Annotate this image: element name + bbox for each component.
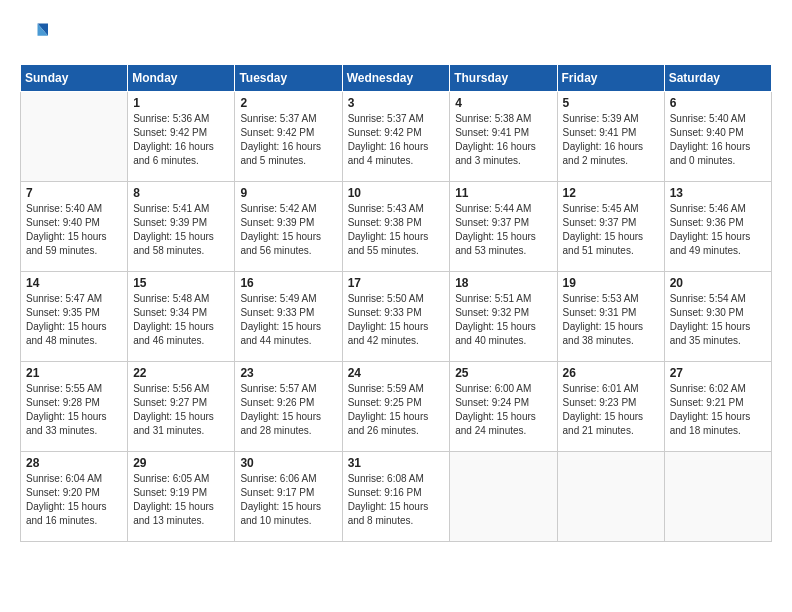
calendar-cell: 13Sunrise: 5:46 AM Sunset: 9:36 PM Dayli… xyxy=(664,182,771,272)
calendar-cell: 26Sunrise: 6:01 AM Sunset: 9:23 PM Dayli… xyxy=(557,362,664,452)
day-number: 17 xyxy=(348,276,445,290)
calendar-cell: 8Sunrise: 5:41 AM Sunset: 9:39 PM Daylig… xyxy=(128,182,235,272)
calendar-cell xyxy=(450,452,557,542)
calendar-cell: 17Sunrise: 5:50 AM Sunset: 9:33 PM Dayli… xyxy=(342,272,450,362)
calendar-cell: 14Sunrise: 5:47 AM Sunset: 9:35 PM Dayli… xyxy=(21,272,128,362)
week-row-3: 14Sunrise: 5:47 AM Sunset: 9:35 PM Dayli… xyxy=(21,272,772,362)
day-info: Sunrise: 5:50 AM Sunset: 9:33 PM Dayligh… xyxy=(348,292,445,348)
calendar-cell: 21Sunrise: 5:55 AM Sunset: 9:28 PM Dayli… xyxy=(21,362,128,452)
day-number: 16 xyxy=(240,276,336,290)
calendar-cell: 1Sunrise: 5:36 AM Sunset: 9:42 PM Daylig… xyxy=(128,92,235,182)
day-info: Sunrise: 6:04 AM Sunset: 9:20 PM Dayligh… xyxy=(26,472,122,528)
day-number: 3 xyxy=(348,96,445,110)
calendar-cell: 27Sunrise: 6:02 AM Sunset: 9:21 PM Dayli… xyxy=(664,362,771,452)
day-number: 18 xyxy=(455,276,551,290)
calendar-cell: 4Sunrise: 5:38 AM Sunset: 9:41 PM Daylig… xyxy=(450,92,557,182)
day-number: 28 xyxy=(26,456,122,470)
calendar-cell: 15Sunrise: 5:48 AM Sunset: 9:34 PM Dayli… xyxy=(128,272,235,362)
day-info: Sunrise: 5:41 AM Sunset: 9:39 PM Dayligh… xyxy=(133,202,229,258)
day-header-sunday: Sunday xyxy=(21,65,128,92)
day-header-friday: Friday xyxy=(557,65,664,92)
day-info: Sunrise: 5:56 AM Sunset: 9:27 PM Dayligh… xyxy=(133,382,229,438)
calendar-header-row: SundayMondayTuesdayWednesdayThursdayFrid… xyxy=(21,65,772,92)
calendar-cell: 24Sunrise: 5:59 AM Sunset: 9:25 PM Dayli… xyxy=(342,362,450,452)
calendar-cell: 3Sunrise: 5:37 AM Sunset: 9:42 PM Daylig… xyxy=(342,92,450,182)
calendar-cell: 18Sunrise: 5:51 AM Sunset: 9:32 PM Dayli… xyxy=(450,272,557,362)
logo-icon xyxy=(20,20,48,48)
day-info: Sunrise: 5:53 AM Sunset: 9:31 PM Dayligh… xyxy=(563,292,659,348)
day-number: 23 xyxy=(240,366,336,380)
day-info: Sunrise: 6:05 AM Sunset: 9:19 PM Dayligh… xyxy=(133,472,229,528)
calendar-cell: 31Sunrise: 6:08 AM Sunset: 9:16 PM Dayli… xyxy=(342,452,450,542)
calendar-cell: 9Sunrise: 5:42 AM Sunset: 9:39 PM Daylig… xyxy=(235,182,342,272)
day-header-thursday: Thursday xyxy=(450,65,557,92)
day-number: 5 xyxy=(563,96,659,110)
day-info: Sunrise: 5:38 AM Sunset: 9:41 PM Dayligh… xyxy=(455,112,551,168)
day-number: 6 xyxy=(670,96,766,110)
day-info: Sunrise: 5:36 AM Sunset: 9:42 PM Dayligh… xyxy=(133,112,229,168)
day-number: 24 xyxy=(348,366,445,380)
day-number: 19 xyxy=(563,276,659,290)
day-info: Sunrise: 5:49 AM Sunset: 9:33 PM Dayligh… xyxy=(240,292,336,348)
day-info: Sunrise: 5:51 AM Sunset: 9:32 PM Dayligh… xyxy=(455,292,551,348)
day-number: 11 xyxy=(455,186,551,200)
calendar-cell: 10Sunrise: 5:43 AM Sunset: 9:38 PM Dayli… xyxy=(342,182,450,272)
day-info: Sunrise: 5:55 AM Sunset: 9:28 PM Dayligh… xyxy=(26,382,122,438)
day-number: 10 xyxy=(348,186,445,200)
day-info: Sunrise: 5:59 AM Sunset: 9:25 PM Dayligh… xyxy=(348,382,445,438)
day-number: 12 xyxy=(563,186,659,200)
calendar-cell: 5Sunrise: 5:39 AM Sunset: 9:41 PM Daylig… xyxy=(557,92,664,182)
calendar-cell: 30Sunrise: 6:06 AM Sunset: 9:17 PM Dayli… xyxy=(235,452,342,542)
day-info: Sunrise: 5:54 AM Sunset: 9:30 PM Dayligh… xyxy=(670,292,766,348)
day-info: Sunrise: 5:39 AM Sunset: 9:41 PM Dayligh… xyxy=(563,112,659,168)
week-row-4: 21Sunrise: 5:55 AM Sunset: 9:28 PM Dayli… xyxy=(21,362,772,452)
day-number: 4 xyxy=(455,96,551,110)
day-info: Sunrise: 6:01 AM Sunset: 9:23 PM Dayligh… xyxy=(563,382,659,438)
day-number: 21 xyxy=(26,366,122,380)
day-info: Sunrise: 5:57 AM Sunset: 9:26 PM Dayligh… xyxy=(240,382,336,438)
day-info: Sunrise: 5:46 AM Sunset: 9:36 PM Dayligh… xyxy=(670,202,766,258)
logo xyxy=(20,20,52,48)
calendar-cell: 11Sunrise: 5:44 AM Sunset: 9:37 PM Dayli… xyxy=(450,182,557,272)
day-info: Sunrise: 5:43 AM Sunset: 9:38 PM Dayligh… xyxy=(348,202,445,258)
calendar-cell: 7Sunrise: 5:40 AM Sunset: 9:40 PM Daylig… xyxy=(21,182,128,272)
calendar-cell: 2Sunrise: 5:37 AM Sunset: 9:42 PM Daylig… xyxy=(235,92,342,182)
day-info: Sunrise: 6:02 AM Sunset: 9:21 PM Dayligh… xyxy=(670,382,766,438)
day-info: Sunrise: 5:48 AM Sunset: 9:34 PM Dayligh… xyxy=(133,292,229,348)
day-number: 30 xyxy=(240,456,336,470)
day-number: 13 xyxy=(670,186,766,200)
day-info: Sunrise: 5:40 AM Sunset: 9:40 PM Dayligh… xyxy=(26,202,122,258)
calendar-cell: 22Sunrise: 5:56 AM Sunset: 9:27 PM Dayli… xyxy=(128,362,235,452)
day-header-monday: Monday xyxy=(128,65,235,92)
day-header-saturday: Saturday xyxy=(664,65,771,92)
calendar-cell: 6Sunrise: 5:40 AM Sunset: 9:40 PM Daylig… xyxy=(664,92,771,182)
day-info: Sunrise: 5:47 AM Sunset: 9:35 PM Dayligh… xyxy=(26,292,122,348)
calendar-cell xyxy=(664,452,771,542)
calendar-table: SundayMondayTuesdayWednesdayThursdayFrid… xyxy=(20,64,772,542)
day-number: 1 xyxy=(133,96,229,110)
calendar-cell xyxy=(21,92,128,182)
calendar-cell: 28Sunrise: 6:04 AM Sunset: 9:20 PM Dayli… xyxy=(21,452,128,542)
calendar-cell: 23Sunrise: 5:57 AM Sunset: 9:26 PM Dayli… xyxy=(235,362,342,452)
calendar-cell: 16Sunrise: 5:49 AM Sunset: 9:33 PM Dayli… xyxy=(235,272,342,362)
day-info: Sunrise: 5:44 AM Sunset: 9:37 PM Dayligh… xyxy=(455,202,551,258)
day-number: 2 xyxy=(240,96,336,110)
day-number: 20 xyxy=(670,276,766,290)
calendar-cell xyxy=(557,452,664,542)
day-number: 26 xyxy=(563,366,659,380)
day-header-tuesday: Tuesday xyxy=(235,65,342,92)
day-header-wednesday: Wednesday xyxy=(342,65,450,92)
calendar-cell: 29Sunrise: 6:05 AM Sunset: 9:19 PM Dayli… xyxy=(128,452,235,542)
calendar-cell: 12Sunrise: 5:45 AM Sunset: 9:37 PM Dayli… xyxy=(557,182,664,272)
page-header xyxy=(20,20,772,48)
day-info: Sunrise: 5:37 AM Sunset: 9:42 PM Dayligh… xyxy=(240,112,336,168)
day-number: 31 xyxy=(348,456,445,470)
calendar-cell: 25Sunrise: 6:00 AM Sunset: 9:24 PM Dayli… xyxy=(450,362,557,452)
week-row-5: 28Sunrise: 6:04 AM Sunset: 9:20 PM Dayli… xyxy=(21,452,772,542)
day-info: Sunrise: 6:08 AM Sunset: 9:16 PM Dayligh… xyxy=(348,472,445,528)
day-info: Sunrise: 5:45 AM Sunset: 9:37 PM Dayligh… xyxy=(563,202,659,258)
day-info: Sunrise: 6:06 AM Sunset: 9:17 PM Dayligh… xyxy=(240,472,336,528)
week-row-2: 7Sunrise: 5:40 AM Sunset: 9:40 PM Daylig… xyxy=(21,182,772,272)
day-number: 22 xyxy=(133,366,229,380)
day-number: 14 xyxy=(26,276,122,290)
